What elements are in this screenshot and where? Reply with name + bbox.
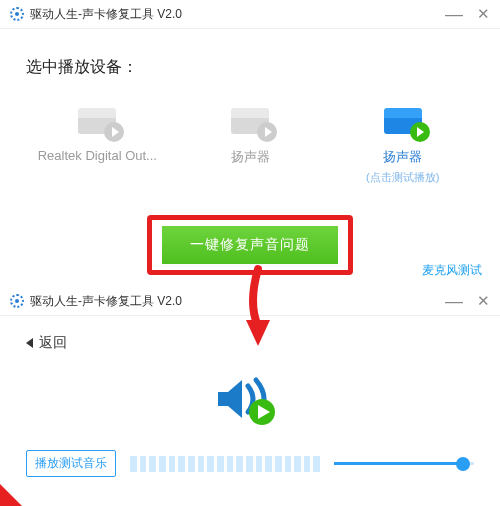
close-button[interactable]: ✕ <box>477 5 490 23</box>
device-label: Realtek Digital Out... <box>38 148 157 163</box>
volume-slider[interactable] <box>334 462 474 465</box>
mic-test-link[interactable]: 麦克风测试 <box>422 262 482 279</box>
app-title: 驱动人生-声卡修复工具 V2.0 <box>30 6 182 23</box>
volume-fill <box>334 462 463 465</box>
vu-meter <box>130 456 320 472</box>
device-list: Realtek Digital Out... 扬声器 扬声器 (点击测试播放) <box>26 108 474 185</box>
device-label: 扬声器 <box>231 148 270 166</box>
titlebar-2: 驱动人生-声卡修复工具 V2.0 — ✕ <box>0 287 500 315</box>
section-title: 选中播放设备： <box>26 57 474 78</box>
device-sublabel: (点击测试播放) <box>366 170 439 185</box>
app-title: 驱动人生-声卡修复工具 V2.0 <box>30 293 182 310</box>
minimize-button[interactable]: — <box>445 9 463 19</box>
device-icon <box>78 108 116 134</box>
gear-icon <box>10 294 24 308</box>
play-icon <box>104 122 124 142</box>
tutorial-corner-mark <box>0 484 22 506</box>
chevron-left-icon <box>26 338 33 348</box>
play-icon <box>410 122 430 142</box>
back-button[interactable]: 返回 <box>26 334 474 352</box>
device-icon <box>384 108 422 134</box>
play-test-music-button[interactable]: 播放测试音乐 <box>26 450 116 477</box>
device-label: 扬声器 <box>383 148 422 166</box>
speaker-playing-icon <box>214 372 286 426</box>
back-label: 返回 <box>39 334 67 352</box>
fix-sound-button[interactable]: 一键修复声音问题 <box>162 226 338 264</box>
device-speaker-1[interactable]: 扬声器 <box>179 108 322 185</box>
device-realtek[interactable]: Realtek Digital Out... <box>26 108 169 185</box>
close-button[interactable]: ✕ <box>477 292 490 310</box>
titlebar-1: 驱动人生-声卡修复工具 V2.0 — ✕ <box>0 0 500 28</box>
device-speaker-active[interactable]: 扬声器 (点击测试播放) <box>331 108 474 185</box>
device-icon <box>231 108 269 134</box>
gear-icon <box>10 7 24 21</box>
volume-thumb[interactable] <box>456 457 470 471</box>
tutorial-highlight: 一键修复声音问题 <box>147 215 353 275</box>
play-icon <box>257 122 277 142</box>
minimize-button[interactable]: — <box>445 296 463 306</box>
